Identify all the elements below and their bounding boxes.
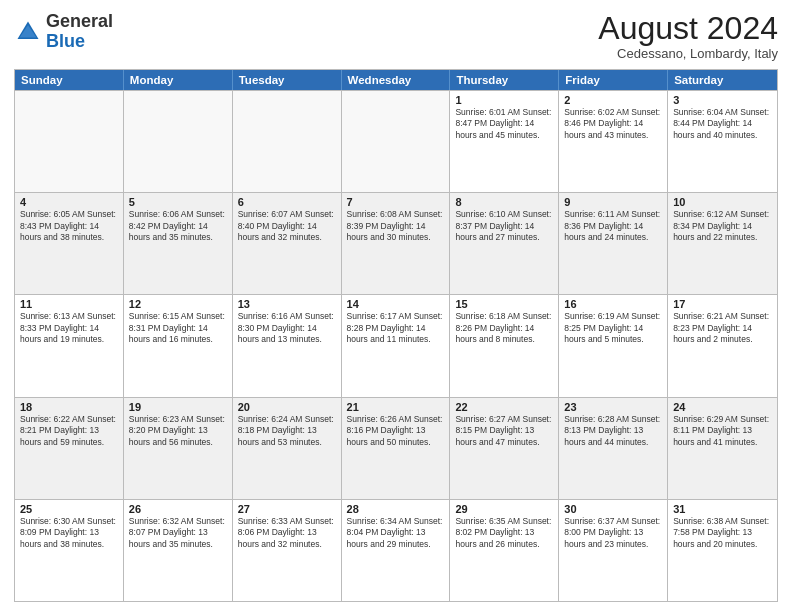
cell-details: Sunrise: 6:02 AM Sunset: 8:46 PM Dayligh… — [564, 107, 662, 141]
calendar-cell-empty-3 — [342, 91, 451, 192]
cell-details: Sunrise: 6:34 AM Sunset: 8:04 PM Dayligh… — [347, 516, 445, 550]
day-number: 30 — [564, 503, 662, 515]
calendar-header-row: SundayMondayTuesdayWednesdayThursdayFrid… — [15, 70, 777, 90]
day-number: 29 — [455, 503, 553, 515]
cell-details: Sunrise: 6:22 AM Sunset: 8:21 PM Dayligh… — [20, 414, 118, 448]
cell-details: Sunrise: 6:23 AM Sunset: 8:20 PM Dayligh… — [129, 414, 227, 448]
day-number: 23 — [564, 401, 662, 413]
cell-details: Sunrise: 6:04 AM Sunset: 8:44 PM Dayligh… — [673, 107, 772, 141]
calendar-cell-26: 26Sunrise: 6:32 AM Sunset: 8:07 PM Dayli… — [124, 500, 233, 601]
calendar-cell-2: 2Sunrise: 6:02 AM Sunset: 8:46 PM Daylig… — [559, 91, 668, 192]
day-number: 10 — [673, 196, 772, 208]
cell-details: Sunrise: 6:01 AM Sunset: 8:47 PM Dayligh… — [455, 107, 553, 141]
day-number: 9 — [564, 196, 662, 208]
calendar-cell-14: 14Sunrise: 6:17 AM Sunset: 8:28 PM Dayli… — [342, 295, 451, 396]
cell-details: Sunrise: 6:06 AM Sunset: 8:42 PM Dayligh… — [129, 209, 227, 243]
day-number: 13 — [238, 298, 336, 310]
day-number: 20 — [238, 401, 336, 413]
location-subtitle: Cedessano, Lombardy, Italy — [598, 46, 778, 61]
day-number: 19 — [129, 401, 227, 413]
cell-details: Sunrise: 6:28 AM Sunset: 8:13 PM Dayligh… — [564, 414, 662, 448]
cell-details: Sunrise: 6:21 AM Sunset: 8:23 PM Dayligh… — [673, 311, 772, 345]
logo-general-text: General — [46, 11, 113, 31]
calendar-cell-4: 4Sunrise: 6:05 AM Sunset: 8:43 PM Daylig… — [15, 193, 124, 294]
calendar-cell-empty-2 — [233, 91, 342, 192]
calendar-header-friday: Friday — [559, 70, 668, 90]
calendar-cell-19: 19Sunrise: 6:23 AM Sunset: 8:20 PM Dayli… — [124, 398, 233, 499]
day-number: 17 — [673, 298, 772, 310]
calendar-cell-9: 9Sunrise: 6:11 AM Sunset: 8:36 PM Daylig… — [559, 193, 668, 294]
calendar-cell-15: 15Sunrise: 6:18 AM Sunset: 8:26 PM Dayli… — [450, 295, 559, 396]
cell-details: Sunrise: 6:13 AM Sunset: 8:33 PM Dayligh… — [20, 311, 118, 345]
calendar-cell-17: 17Sunrise: 6:21 AM Sunset: 8:23 PM Dayli… — [668, 295, 777, 396]
cell-details: Sunrise: 6:15 AM Sunset: 8:31 PM Dayligh… — [129, 311, 227, 345]
calendar-row-3: 18Sunrise: 6:22 AM Sunset: 8:21 PM Dayli… — [15, 397, 777, 499]
day-number: 15 — [455, 298, 553, 310]
calendar: SundayMondayTuesdayWednesdayThursdayFrid… — [14, 69, 778, 602]
logo-icon — [14, 18, 42, 46]
calendar-cell-5: 5Sunrise: 6:06 AM Sunset: 8:42 PM Daylig… — [124, 193, 233, 294]
logo-text: General Blue — [46, 12, 113, 52]
cell-details: Sunrise: 6:19 AM Sunset: 8:25 PM Dayligh… — [564, 311, 662, 345]
calendar-cell-30: 30Sunrise: 6:37 AM Sunset: 8:00 PM Dayli… — [559, 500, 668, 601]
calendar-cell-empty-0 — [15, 91, 124, 192]
day-number: 24 — [673, 401, 772, 413]
day-number: 18 — [20, 401, 118, 413]
calendar-cell-11: 11Sunrise: 6:13 AM Sunset: 8:33 PM Dayli… — [15, 295, 124, 396]
calendar-cell-23: 23Sunrise: 6:28 AM Sunset: 8:13 PM Dayli… — [559, 398, 668, 499]
calendar-row-0: 1Sunrise: 6:01 AM Sunset: 8:47 PM Daylig… — [15, 90, 777, 192]
calendar-cell-8: 8Sunrise: 6:10 AM Sunset: 8:37 PM Daylig… — [450, 193, 559, 294]
calendar-cell-7: 7Sunrise: 6:08 AM Sunset: 8:39 PM Daylig… — [342, 193, 451, 294]
calendar-cell-6: 6Sunrise: 6:07 AM Sunset: 8:40 PM Daylig… — [233, 193, 342, 294]
cell-details: Sunrise: 6:08 AM Sunset: 8:39 PM Dayligh… — [347, 209, 445, 243]
calendar-header-sunday: Sunday — [15, 70, 124, 90]
calendar-cell-28: 28Sunrise: 6:34 AM Sunset: 8:04 PM Dayli… — [342, 500, 451, 601]
day-number: 8 — [455, 196, 553, 208]
day-number: 11 — [20, 298, 118, 310]
header: General Blue August 2024 Cedessano, Lomb… — [14, 12, 778, 61]
calendar-cell-3: 3Sunrise: 6:04 AM Sunset: 8:44 PM Daylig… — [668, 91, 777, 192]
calendar-cell-10: 10Sunrise: 6:12 AM Sunset: 8:34 PM Dayli… — [668, 193, 777, 294]
day-number: 16 — [564, 298, 662, 310]
day-number: 26 — [129, 503, 227, 515]
cell-details: Sunrise: 6:05 AM Sunset: 8:43 PM Dayligh… — [20, 209, 118, 243]
calendar-header-thursday: Thursday — [450, 70, 559, 90]
cell-details: Sunrise: 6:24 AM Sunset: 8:18 PM Dayligh… — [238, 414, 336, 448]
calendar-cell-20: 20Sunrise: 6:24 AM Sunset: 8:18 PM Dayli… — [233, 398, 342, 499]
cell-details: Sunrise: 6:07 AM Sunset: 8:40 PM Dayligh… — [238, 209, 336, 243]
calendar-cell-29: 29Sunrise: 6:35 AM Sunset: 8:02 PM Dayli… — [450, 500, 559, 601]
calendar-row-1: 4Sunrise: 6:05 AM Sunset: 8:43 PM Daylig… — [15, 192, 777, 294]
day-number: 6 — [238, 196, 336, 208]
calendar-cell-18: 18Sunrise: 6:22 AM Sunset: 8:21 PM Dayli… — [15, 398, 124, 499]
calendar-body: 1Sunrise: 6:01 AM Sunset: 8:47 PM Daylig… — [15, 90, 777, 601]
cell-details: Sunrise: 6:16 AM Sunset: 8:30 PM Dayligh… — [238, 311, 336, 345]
day-number: 31 — [673, 503, 772, 515]
calendar-cell-21: 21Sunrise: 6:26 AM Sunset: 8:16 PM Dayli… — [342, 398, 451, 499]
day-number: 25 — [20, 503, 118, 515]
day-number: 12 — [129, 298, 227, 310]
cell-details: Sunrise: 6:17 AM Sunset: 8:28 PM Dayligh… — [347, 311, 445, 345]
day-number: 28 — [347, 503, 445, 515]
day-number: 7 — [347, 196, 445, 208]
calendar-header-wednesday: Wednesday — [342, 70, 451, 90]
calendar-cell-27: 27Sunrise: 6:33 AM Sunset: 8:06 PM Dayli… — [233, 500, 342, 601]
day-number: 3 — [673, 94, 772, 106]
title-block: August 2024 Cedessano, Lombardy, Italy — [598, 12, 778, 61]
cell-details: Sunrise: 6:32 AM Sunset: 8:07 PM Dayligh… — [129, 516, 227, 550]
calendar-cell-1: 1Sunrise: 6:01 AM Sunset: 8:47 PM Daylig… — [450, 91, 559, 192]
calendar-cell-empty-1 — [124, 91, 233, 192]
calendar-header-saturday: Saturday — [668, 70, 777, 90]
calendar-row-2: 11Sunrise: 6:13 AM Sunset: 8:33 PM Dayli… — [15, 294, 777, 396]
calendar-cell-31: 31Sunrise: 6:38 AM Sunset: 7:58 PM Dayli… — [668, 500, 777, 601]
logo-blue-text: Blue — [46, 31, 85, 51]
day-number: 21 — [347, 401, 445, 413]
cell-details: Sunrise: 6:33 AM Sunset: 8:06 PM Dayligh… — [238, 516, 336, 550]
day-number: 4 — [20, 196, 118, 208]
calendar-cell-16: 16Sunrise: 6:19 AM Sunset: 8:25 PM Dayli… — [559, 295, 668, 396]
calendar-cell-24: 24Sunrise: 6:29 AM Sunset: 8:11 PM Dayli… — [668, 398, 777, 499]
calendar-header-tuesday: Tuesday — [233, 70, 342, 90]
day-number: 27 — [238, 503, 336, 515]
calendar-cell-12: 12Sunrise: 6:15 AM Sunset: 8:31 PM Dayli… — [124, 295, 233, 396]
cell-details: Sunrise: 6:11 AM Sunset: 8:36 PM Dayligh… — [564, 209, 662, 243]
day-number: 5 — [129, 196, 227, 208]
